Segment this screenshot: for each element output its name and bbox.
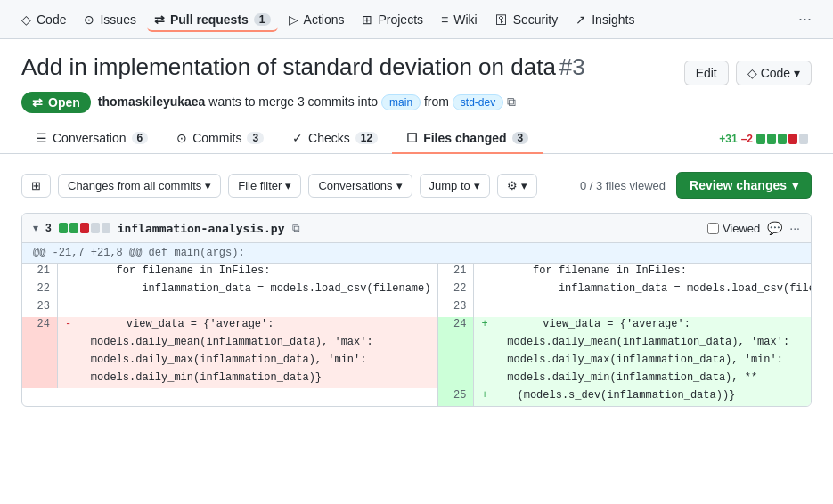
- conversations-label: Conversations: [318, 179, 392, 192]
- nav-insights-label: Insights: [592, 12, 634, 27]
- toggle-diff-btn[interactable]: ⊞: [21, 174, 51, 198]
- table-row: 24 + view_data = {'average':: [438, 317, 812, 335]
- tab-commits[interactable]: ⊙ Commits 3: [162, 124, 278, 154]
- diff-toolbar-right: 0 / 3 files viewed Review changes ▾: [580, 172, 812, 199]
- file-block-4: [91, 223, 100, 233]
- security-icon: ⚿: [495, 12, 508, 27]
- conversation-icon: ☰: [36, 131, 47, 145]
- file-filter-chevron-icon: ▾: [285, 179, 291, 192]
- nav-security-label: Security: [513, 12, 559, 27]
- review-changes-label: Review changes: [690, 178, 787, 192]
- head-branch-tag[interactable]: std-dev: [453, 94, 503, 110]
- file-block-5: [102, 223, 110, 233]
- diff-block-3: [778, 134, 787, 144]
- pr-status-label: Open: [48, 95, 80, 110]
- base-branch-tag[interactable]: main: [381, 94, 421, 110]
- edit-button[interactable]: Edit: [684, 61, 729, 85]
- comment-icon[interactable]: 💬: [767, 221, 782, 235]
- diff-expand-button[interactable]: ▾: [33, 222, 38, 234]
- nav-pull-requests[interactable]: ⇄ Pull requests 1: [147, 7, 278, 32]
- table-row: models.daily_mean(inflammation_data), 'm…: [438, 335, 812, 353]
- nav-projects[interactable]: ⊞ Projects: [355, 7, 430, 32]
- line-content: models.daily_min(inflammation_data)}: [58, 370, 437, 388]
- table-row: models.daily_mean(inflammation_data), 'm…: [22, 335, 437, 353]
- pr-meta-action: wants to merge 3 commits into: [208, 94, 378, 109]
- line-num: 21: [22, 264, 58, 281]
- tab-files-changed-label: Files changed: [423, 131, 506, 145]
- nav-issues-label: Issues: [100, 12, 135, 27]
- tab-conversation[interactable]: ☰ Conversation 6: [21, 124, 162, 154]
- line-num: 25: [438, 388, 474, 406]
- diff-file-header: ▾ 3 inflammation-analysis.py ⧉ Viewed 💬 …: [22, 214, 811, 243]
- changes-from-btn[interactable]: Changes from all commits ▾: [58, 174, 221, 198]
- table-row: 21 for filename in InFiles:: [438, 264, 812, 281]
- file-filter-btn[interactable]: File filter ▾: [228, 174, 301, 198]
- settings-btn[interactable]: ⚙ ▾: [497, 174, 537, 198]
- viewed-checkbox[interactable]: Viewed: [707, 222, 760, 235]
- diff-hunk-header: @@ -21,7 +21,8 @@ def main(args):: [22, 243, 811, 264]
- table-row: models.daily_min(inflammation_data)}: [22, 370, 437, 388]
- files-changed-icon: ☐: [406, 131, 418, 145]
- table-row: models.daily_min(inflammation_data), **: [438, 370, 812, 388]
- pr-meta-from: from: [424, 94, 453, 109]
- file-block-2: [69, 223, 78, 233]
- nav-wiki[interactable]: ≡ Wiki: [434, 7, 485, 32]
- line-num: [438, 335, 474, 353]
- top-nav: ◇ Code ⊙ Issues ⇄ Pull requests 1 ▷ Acti…: [0, 0, 833, 39]
- nav-security[interactable]: ⚿ Security: [488, 7, 566, 32]
- diff-blocks: [756, 134, 808, 144]
- tab-conversation-label: Conversation: [53, 131, 127, 145]
- diff-stats: +31 –2: [719, 124, 812, 153]
- line-content: models.daily_max(inflammation_data), 'mi…: [58, 353, 437, 370]
- nav-code[interactable]: ◇ Code: [14, 7, 73, 32]
- nav-pr-badge: 1: [254, 13, 271, 26]
- pr-header: Add in implementation of standard deviat…: [21, 53, 812, 124]
- file-block-3: [80, 223, 89, 233]
- tab-checks-count: 12: [355, 132, 378, 144]
- line-num: 24: [22, 317, 58, 335]
- tab-files-changed[interactable]: ☐ Files changed 3: [392, 124, 543, 154]
- tab-commits-count: 3: [247, 132, 264, 144]
- code-button[interactable]: ◇ Code ▾: [736, 61, 812, 85]
- nav-issues[interactable]: ⊙ Issues: [77, 7, 143, 32]
- copy-filename-icon[interactable]: ⧉: [292, 222, 300, 234]
- conversations-chevron-icon: ▾: [396, 179, 403, 192]
- diff-split-view: 21 for filename in InFiles: 22 inflammat…: [22, 264, 811, 406]
- conversations-btn[interactable]: Conversations ▾: [308, 174, 412, 198]
- pr-title: Add in implementation of standard deviat…: [21, 53, 556, 80]
- nav-projects-label: Projects: [378, 12, 423, 27]
- line-content: for filename in InFiles:: [474, 264, 812, 281]
- line-num: 22: [438, 281, 474, 299]
- diff-file-actions: Viewed 💬 ···: [707, 221, 800, 235]
- more-options-icon[interactable]: ···: [789, 221, 800, 235]
- diff-right-side: 21 for filename in InFiles: 22 inflammat…: [438, 264, 812, 406]
- line-content: inflammation_data = models.load_csv(file…: [474, 281, 812, 299]
- diff-block-4: [788, 134, 797, 144]
- main-content: Add in implementation of standard deviat…: [0, 39, 833, 421]
- issues-icon: ⊙: [84, 12, 94, 27]
- jump-to-btn[interactable]: Jump to ▾: [420, 174, 490, 198]
- table-row: 23: [438, 299, 812, 317]
- pr-number: #3: [559, 53, 585, 80]
- table-row: 22 inflammation_data = models.load_csv(f…: [22, 281, 437, 299]
- viewed-input[interactable]: [707, 223, 719, 234]
- nav-more-button[interactable]: ···: [791, 6, 819, 32]
- nav-insights[interactable]: ↗ Insights: [568, 7, 641, 32]
- nav-actions[interactable]: ▷ Actions: [282, 7, 352, 32]
- line-content: models.daily_mean(inflammation_data), 'm…: [474, 335, 812, 353]
- commits-icon: ⊙: [176, 131, 187, 145]
- copy-branch-icon[interactable]: ⧉: [507, 94, 516, 109]
- projects-icon: ⊞: [362, 12, 372, 27]
- review-changes-button[interactable]: Review changes ▾: [676, 172, 812, 199]
- line-num: 23: [438, 299, 474, 317]
- tab-checks[interactable]: ✓ Checks 12: [278, 124, 392, 154]
- diff-block-1: [756, 134, 765, 144]
- nav-wiki-label: Wiki: [453, 12, 477, 27]
- pr-meta-author: thomaskileyukaea wants to merge 3 commit…: [98, 94, 516, 110]
- line-content: models.daily_mean(inflammation_data), 'm…: [58, 335, 437, 353]
- line-content: models.daily_max(inflammation_data), 'mi…: [474, 353, 812, 370]
- settings-chevron-icon: ▾: [521, 179, 527, 192]
- line-num: 24: [438, 317, 474, 335]
- diff-stats-add: +31: [719, 133, 737, 145]
- line-num: 22: [22, 281, 58, 299]
